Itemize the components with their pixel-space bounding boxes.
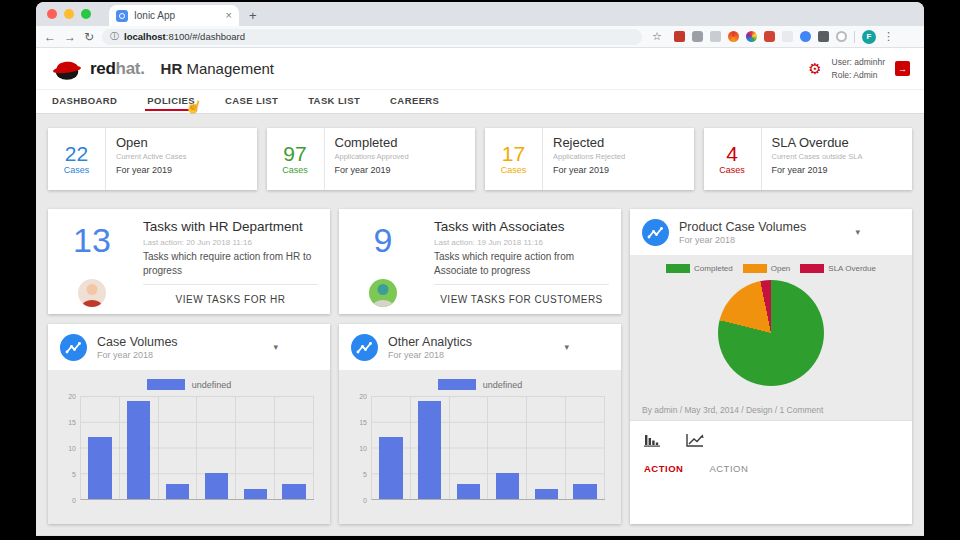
- zoom-window-button[interactable]: [81, 9, 91, 19]
- hr-avatar: [78, 279, 106, 307]
- extension-opera[interactable]: [728, 31, 739, 42]
- extension-red-badge[interactable]: [674, 31, 685, 42]
- back-icon[interactable]: ←: [44, 31, 56, 43]
- extensions-row: F ⋮: [674, 30, 894, 44]
- bar: [418, 401, 441, 499]
- stat-period: For year 2019: [116, 165, 186, 175]
- view-tasks-hr-button[interactable]: VIEW TASKS FOR HR: [143, 294, 318, 305]
- stat-card-rejected[interactable]: 17 Cases Rejected Applications Rejected …: [485, 128, 694, 190]
- open-count: 22: [65, 143, 88, 165]
- stat-subtitle: Applications Rejected: [553, 152, 625, 161]
- completed-unit: Cases: [282, 165, 308, 175]
- legend-label: Completed: [694, 264, 733, 273]
- card-title: Other Analytics: [388, 335, 554, 349]
- main-nav: DASHBOARD POLICIES CASE LIST TASK LIST C…: [36, 90, 924, 114]
- nav-item-dashboard[interactable]: DASHBOARD: [52, 91, 117, 112]
- bar: [282, 484, 305, 499]
- minimize-window-button[interactable]: [64, 9, 74, 19]
- extension-color-wheel[interactable]: [746, 31, 757, 42]
- toolbar-divider: [854, 31, 855, 43]
- stat-card-completed[interactable]: 97 Cases Completed Applications Approved…: [267, 128, 476, 190]
- screen: Ionic App × + ← → ↻ ⓘ localhost:8100/#/d…: [0, 0, 960, 540]
- settings-gear-icon[interactable]: ⚙: [808, 61, 821, 76]
- card-title: Product Case Volumes: [679, 220, 845, 234]
- open-unit: Cases: [64, 165, 90, 175]
- task-card-title: Tasks with HR Department: [143, 219, 318, 234]
- bar-slot: [236, 396, 275, 499]
- nav-item-careers[interactable]: CAREERS: [390, 91, 439, 112]
- stat-subtitle: Current Active Cases: [116, 152, 186, 161]
- product-card-footer: ACTION ACTION: [630, 420, 912, 524]
- site-info-icon[interactable]: ⓘ: [110, 30, 119, 43]
- extension-ring[interactable]: [836, 31, 847, 42]
- forward-icon[interactable]: →: [64, 31, 76, 43]
- legend-label: undefined: [483, 380, 523, 390]
- stat-period: For year 2019: [335, 165, 409, 175]
- card-subtitle: For year 2018: [388, 350, 554, 360]
- stat-period: For year 2019: [553, 165, 625, 175]
- bar: [379, 437, 402, 499]
- extension-dark[interactable]: [818, 31, 829, 42]
- bar-slot: [566, 396, 605, 499]
- bar: [88, 437, 111, 499]
- bar-slot: [372, 396, 411, 499]
- hr-task-count: 13: [48, 221, 136, 260]
- bar-chart: [371, 396, 605, 500]
- redhat-brand: redhat.: [50, 55, 145, 83]
- legend-label: undefined: [192, 380, 232, 390]
- action-secondary-link[interactable]: ACTION: [709, 463, 748, 474]
- customer-avatar: [369, 279, 397, 307]
- browser-menu-icon[interactable]: ⋮: [883, 30, 894, 43]
- legend-swatch: [438, 379, 476, 390]
- bar-slot: [488, 396, 527, 499]
- page-title: HR Management: [161, 60, 274, 77]
- url-text: localhost:8100/#/dashboard: [124, 31, 245, 42]
- extension-gray[interactable]: [710, 31, 721, 42]
- card-subtitle: For year 2018: [679, 235, 845, 245]
- bar-chart-icon[interactable]: [644, 433, 660, 447]
- logout-icon[interactable]: →: [895, 61, 910, 76]
- chevron-down-icon[interactable]: ▾: [564, 342, 569, 352]
- reload-icon[interactable]: ↻: [84, 31, 94, 43]
- extension-blue-circle[interactable]: [800, 31, 811, 42]
- y-axis-ticks: 20151050: [54, 396, 76, 500]
- completed-count: 97: [283, 143, 306, 165]
- line-chart-icon[interactable]: [686, 433, 704, 447]
- extension-pale[interactable]: [782, 31, 793, 42]
- app-viewport: redhat. HR Management ⚙ User: adminhr Ro…: [36, 48, 924, 535]
- trend-chart-icon: [60, 334, 87, 361]
- tab-strip: Ionic App × +: [36, 2, 924, 26]
- new-tab-button[interactable]: +: [249, 8, 257, 26]
- browser-tab[interactable]: Ionic App ×: [109, 5, 239, 26]
- sla-unit: Cases: [719, 165, 745, 175]
- stat-card-sla-overdue[interactable]: 4 Cases SLA Overdue Current Cases outsid…: [704, 128, 913, 190]
- redhat-logo-icon: [50, 55, 84, 83]
- chevron-down-icon[interactable]: ▾: [855, 227, 860, 237]
- trend-chart-icon: [351, 334, 378, 361]
- bar: [166, 484, 189, 499]
- profile-avatar[interactable]: F: [862, 30, 876, 44]
- extension-bell[interactable]: [692, 31, 703, 42]
- chevron-down-icon[interactable]: ▾: [273, 342, 278, 352]
- address-bar[interactable]: ⓘ localhost:8100/#/dashboard: [102, 29, 642, 45]
- action-primary-link[interactable]: ACTION: [644, 463, 683, 474]
- divider: [434, 284, 609, 285]
- app-header: redhat. HR Management ⚙ User: adminhr Ro…: [36, 48, 924, 90]
- stat-card-open[interactable]: 22 Cases Open Current Active Cases For y…: [48, 128, 257, 190]
- bar: [127, 401, 150, 499]
- user-info: User: adminhr Role: Admin: [832, 56, 885, 82]
- extension-adblock[interactable]: [764, 31, 775, 42]
- legend-label: Open: [771, 264, 791, 273]
- legend-swatch-open: [743, 264, 767, 273]
- view-tasks-customers-button[interactable]: VIEW TASKS FOR CUSTOMERS: [434, 294, 609, 305]
- brand-wordmark: redhat.: [90, 59, 145, 79]
- nav-item-task-list[interactable]: TASK LIST: [308, 91, 360, 112]
- bookmark-star-icon[interactable]: ☆: [652, 30, 662, 43]
- byline: By admin / May 3rd, 2014 / Design / 1 Co…: [630, 401, 912, 420]
- close-window-button[interactable]: [47, 9, 57, 19]
- bar-slot: [120, 396, 159, 499]
- close-tab-icon[interactable]: ×: [226, 10, 232, 21]
- legend-swatch-completed: [666, 264, 690, 273]
- tasks-hr-card: 13 Tasks with HR Department Last action:…: [48, 209, 330, 314]
- nav-item-case-list[interactable]: CASE LIST: [225, 91, 278, 112]
